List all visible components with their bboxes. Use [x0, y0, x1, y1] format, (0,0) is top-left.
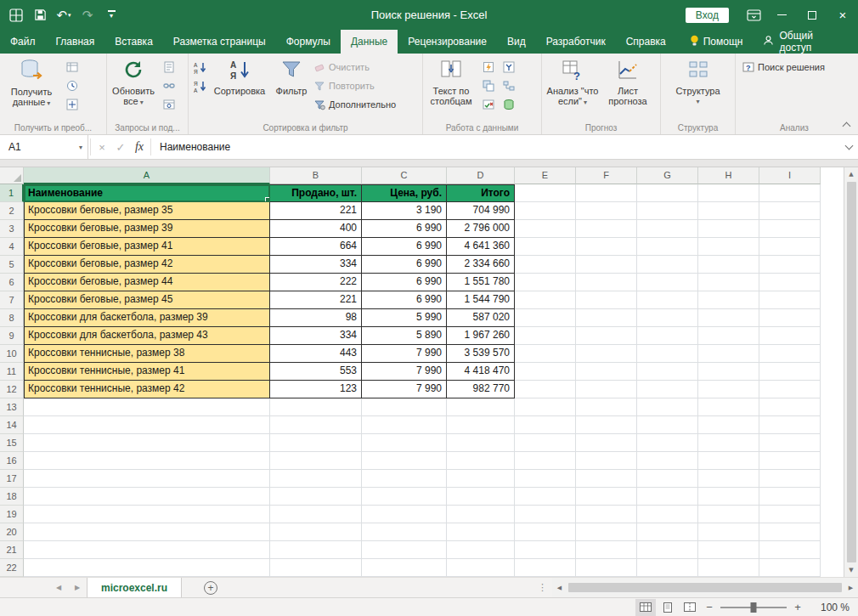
cell-G21[interactable]: [637, 541, 698, 559]
tab-help[interactable]: Справка: [616, 30, 676, 54]
row-header-13[interactable]: 13: [0, 398, 24, 416]
cell-C15[interactable]: [362, 434, 447, 452]
cell-D7[interactable]: 1 544 790: [447, 291, 515, 309]
cell-B14[interactable]: [270, 416, 362, 434]
cell-G18[interactable]: [637, 488, 698, 506]
zoom-slider-thumb[interactable]: [751, 602, 757, 613]
cell-I3[interactable]: [759, 220, 821, 238]
sheet-tab[interactable]: microexcel.ru: [87, 578, 182, 597]
cell-D13[interactable]: [447, 398, 515, 416]
cell-G22[interactable]: [637, 559, 698, 577]
cell-D21[interactable]: [447, 541, 515, 559]
cell-F16[interactable]: [576, 452, 637, 470]
cell-C20[interactable]: [362, 523, 447, 541]
cell-E3[interactable]: [515, 220, 576, 238]
forecast-sheet-button[interactable]: Лист прогноза: [603, 56, 652, 107]
undo-icon[interactable]: ↶▾: [54, 6, 73, 25]
cell-H20[interactable]: [698, 523, 759, 541]
edit-links-icon[interactable]: [160, 77, 178, 94]
sheet-nav-right-icon[interactable]: ▶: [68, 578, 87, 597]
vertical-scrollbar[interactable]: ▲ ▼: [844, 167, 858, 577]
recent-sources-icon[interactable]: [63, 77, 82, 94]
cell-C3[interactable]: 6 990: [362, 220, 447, 238]
cell-A2[interactable]: Кроссовки беговые, размер 35: [24, 202, 270, 220]
enter-icon[interactable]: ✓: [111, 135, 130, 159]
cell-D17[interactable]: [447, 470, 515, 488]
cell-F8[interactable]: [576, 309, 637, 327]
cell-C4[interactable]: 6 990: [362, 238, 447, 256]
cell-C11[interactable]: 7 990: [362, 363, 447, 381]
row-header-2[interactable]: 2: [0, 202, 24, 220]
cell-G19[interactable]: [637, 506, 698, 523]
flash-fill-icon[interactable]: [479, 59, 498, 76]
scroll-up-icon[interactable]: ▲: [844, 167, 858, 181]
filter-button[interactable]: Фильтр: [270, 56, 313, 96]
cell-D8[interactable]: 587 020: [447, 309, 515, 327]
cell-F20[interactable]: [576, 523, 637, 541]
horizontal-scroll-thumb[interactable]: [568, 583, 842, 592]
advanced-filter-button[interactable]: Дополнительно: [314, 97, 396, 112]
cell-I2[interactable]: [759, 202, 821, 220]
cell-H8[interactable]: [698, 309, 759, 327]
row-header-21[interactable]: 21: [0, 541, 24, 559]
cell-H3[interactable]: [698, 220, 759, 238]
cell-E11[interactable]: [515, 363, 576, 381]
reapply-filter-button[interactable]: Повторить: [314, 78, 396, 93]
cell-B10[interactable]: 443: [270, 345, 362, 363]
cell-E4[interactable]: [515, 238, 576, 256]
cell-A13[interactable]: [24, 398, 270, 416]
cell-F21[interactable]: [576, 541, 637, 559]
text-to-columns-button[interactable]: Текст по столбцам: [425, 56, 477, 107]
row-header-16[interactable]: 16: [0, 452, 24, 470]
row-header-15[interactable]: 15: [0, 434, 24, 452]
cell-H6[interactable]: [698, 274, 759, 291]
cell-H18[interactable]: [698, 488, 759, 506]
cell-D19[interactable]: [447, 506, 515, 523]
ribbon-display-options-icon[interactable]: [741, 9, 766, 21]
column-header-G[interactable]: G: [637, 167, 698, 184]
cell-B6[interactable]: 222: [270, 274, 362, 291]
cell-H9[interactable]: [698, 327, 759, 345]
solver-button[interactable]: ? Поиск решения: [742, 59, 825, 75]
close-button[interactable]: ×: [827, 0, 858, 30]
cell-I17[interactable]: [759, 470, 821, 488]
cell-F14[interactable]: [576, 416, 637, 434]
row-header-19[interactable]: 19: [0, 506, 24, 523]
cell-F7[interactable]: [576, 291, 637, 309]
sheet-nav-left-icon[interactable]: ◀: [49, 578, 68, 597]
tab-page-layout[interactable]: Разметка страницы: [163, 30, 276, 54]
column-header-C[interactable]: C: [362, 167, 447, 184]
cell-A6[interactable]: Кроссовки беговые, размер 44: [24, 274, 270, 291]
cell-C21[interactable]: [362, 541, 447, 559]
cell-I6[interactable]: [759, 274, 821, 291]
add-sheet-button[interactable]: +: [204, 581, 217, 595]
tab-formulas[interactable]: Формулы: [276, 30, 341, 54]
get-data-button[interactable]: Получить данные▾: [2, 56, 61, 108]
cell-B18[interactable]: [270, 488, 362, 506]
column-header-D[interactable]: D: [447, 167, 515, 184]
from-table-icon[interactable]: [63, 59, 82, 76]
name-box[interactable]: A1 ▾: [0, 135, 88, 159]
cell-E6[interactable]: [515, 274, 576, 291]
cell-H11[interactable]: [698, 363, 759, 381]
cell-A14[interactable]: [24, 416, 270, 434]
cell-I12[interactable]: [759, 381, 821, 398]
cell-F19[interactable]: [576, 506, 637, 523]
cell-D14[interactable]: [447, 416, 515, 434]
excel-app-icon[interactable]: [7, 6, 25, 25]
formula-bar-expand-icon[interactable]: [839, 135, 858, 159]
cell-A16[interactable]: [24, 452, 270, 470]
cell-A21[interactable]: [24, 541, 270, 559]
cell-F5[interactable]: [576, 256, 637, 274]
cell-F10[interactable]: [576, 345, 637, 363]
cell-G20[interactable]: [637, 523, 698, 541]
cell-B3[interactable]: 400: [270, 220, 362, 238]
tab-view[interactable]: Вид: [497, 30, 536, 54]
cell-F15[interactable]: [576, 434, 637, 452]
cell-D4[interactable]: 4 641 360: [447, 238, 515, 256]
cell-H4[interactable]: [698, 238, 759, 256]
row-header-20[interactable]: 20: [0, 523, 24, 541]
cell-H19[interactable]: [698, 506, 759, 523]
customize-qat-icon[interactable]: ▾: [102, 6, 121, 25]
cell-E1[interactable]: [515, 184, 576, 202]
